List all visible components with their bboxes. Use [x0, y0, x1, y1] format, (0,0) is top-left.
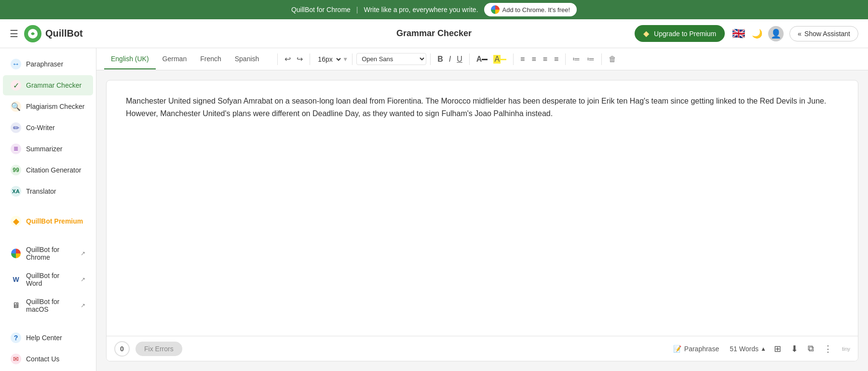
sidebar-label-paraphraser: Paraphraser: [26, 60, 63, 68]
tab-french[interactable]: French: [193, 49, 228, 69]
delete-button[interactable]: 🗑: [606, 53, 619, 66]
avatar[interactable]: 👤: [768, 26, 784, 41]
sidebar-label-plagiarism: Plagiarism Checker: [26, 103, 84, 110]
logo-text: QuillBot: [45, 28, 83, 39]
sidebar-item-translator[interactable]: XA Translator: [3, 181, 93, 201]
flag-icon[interactable]: 🇬🇧: [731, 28, 746, 40]
sidebar-item-summarizer[interactable]: ≡ Summarizer: [3, 139, 93, 159]
paraphrase-icon: 📝: [673, 345, 681, 353]
summarizer-icon: ≡: [11, 144, 21, 154]
macos-ext-icon: 🖥: [11, 300, 21, 311]
sidebar-label-citation: Citation Generator: [26, 166, 81, 174]
sidebar: ↔ Paraphraser ✓ Grammar Checker 🔍 Plagia…: [0, 48, 96, 371]
sidebar-item-chrome-ext[interactable]: QuillBot for Chrome ↗: [3, 241, 93, 266]
sidebar-item-macos-ext[interactable]: 🖥 QuillBot for macOS ↗: [3, 293, 93, 318]
sidebar-label-translator: Translator: [26, 187, 56, 195]
macos-ext-label: QuillBot for macOS: [26, 298, 75, 313]
sidebar-item-co-writer[interactable]: ✏ Co-Writer: [3, 118, 93, 138]
hamburger-menu[interactable]: ☰: [10, 28, 18, 40]
align-right-button[interactable]: ≡: [540, 53, 550, 66]
diamond-icon: ◆: [643, 29, 649, 38]
alignment-buttons: ≡ ≡ ≡ ≡: [517, 53, 561, 66]
bold-button[interactable]: B: [434, 53, 446, 66]
download-button[interactable]: ⬇: [789, 342, 800, 356]
italic-button[interactable]: I: [446, 53, 454, 66]
upgrade-premium-button[interactable]: ◆ Upgrade to Premium: [635, 25, 725, 42]
highlight-color-button[interactable]: A: [490, 53, 509, 66]
toolbar-separator-6: [513, 53, 514, 65]
theme-toggle-button[interactable]: 🌙: [752, 28, 762, 39]
unordered-list-button[interactable]: ≔: [570, 53, 583, 66]
columns-view-button[interactable]: ⊞: [772, 342, 783, 356]
sidebar-item-word-ext[interactable]: W QuillBot for Word ↗: [3, 267, 93, 292]
underline-button[interactable]: U: [454, 53, 465, 66]
font-size-select[interactable]: 16px 12px 14px 18px 20px: [314, 54, 342, 65]
sidebar-label-grammar: Grammar Checker: [26, 81, 81, 89]
banner-separator: |: [356, 6, 358, 13]
editor-text[interactable]: Manchester United signed Sofyan Amrabat …: [107, 80, 858, 336]
sidebar-item-contact-us[interactable]: ✉ Contact Us: [3, 349, 93, 369]
header-right: ◆ Upgrade to Premium 🇬🇧 🌙 👤 « Show Assis…: [635, 25, 858, 42]
premium-icon: ◆: [11, 216, 21, 226]
ordered-list-button[interactable]: ≔: [584, 53, 597, 66]
tab-german[interactable]: German: [156, 49, 194, 69]
editor-area: Manchester United signed Sofyan Amrabat …: [96, 70, 868, 371]
copy-button[interactable]: ⧉: [806, 342, 816, 356]
tab-english-uk[interactable]: English (UK): [104, 49, 156, 69]
align-center-button[interactable]: ≡: [529, 53, 539, 66]
sidebar-label-help: Help Center: [26, 334, 62, 342]
word-count-expand-button[interactable]: ▲: [760, 345, 766, 352]
sidebar-item-grammar-checker[interactable]: ✓ Grammar Checker: [3, 75, 93, 95]
show-assistant-button[interactable]: « Show Assistant: [789, 26, 858, 41]
sidebar-item-paraphraser[interactable]: ↔ Paraphraser: [3, 54, 93, 74]
sidebar-item-help-center[interactable]: ? Help Center: [3, 328, 93, 348]
contact-icon: ✉: [11, 354, 21, 364]
external-link-icon-2: ↗: [81, 276, 85, 283]
external-link-icon-3: ↗: [81, 302, 85, 309]
app-body: ↔ Paraphraser ✓ Grammar Checker 🔍 Plagia…: [0, 48, 868, 371]
paraphraser-icon: ↔: [11, 59, 21, 69]
more-options-button[interactable]: ⋮: [822, 342, 834, 356]
toolbar-separator-8: [601, 53, 602, 65]
sidebar-item-citation-generator[interactable]: 99 Citation Generator: [3, 160, 93, 180]
banner-tagline: Write like a pro, everywhere you write.: [364, 6, 478, 13]
grammar-checker-icon: ✓: [11, 80, 21, 91]
align-justify-button[interactable]: ≡: [551, 53, 561, 66]
sidebar-label-contact: Contact Us: [26, 355, 59, 363]
logo[interactable]: QuillBot: [24, 25, 83, 42]
list-buttons: ≔ ≔: [570, 53, 597, 66]
undo-button[interactable]: ↩: [282, 53, 294, 66]
sidebar-item-premium[interactable]: ◆ QuillBot Premium: [3, 211, 93, 231]
plagiarism-icon: 🔍: [11, 101, 21, 112]
sidebar-label-cowriter: Co-Writer: [26, 124, 55, 132]
font-size-chevron[interactable]: ▼: [342, 56, 348, 63]
main-header: ☰ QuillBot Grammar Checker ◆ Upgrade to …: [0, 19, 868, 48]
toolbar-separator-2: [310, 53, 310, 65]
word-count: 51 Words ▲: [730, 345, 766, 353]
cowriter-icon: ✏: [11, 122, 21, 133]
add-to-chrome-button[interactable]: Add to Chrome. It's free!: [484, 3, 577, 16]
fix-errors-button[interactable]: Fix Errors: [136, 342, 182, 356]
redo-button[interactable]: ↪: [294, 53, 306, 66]
chrome-icon: [491, 5, 500, 14]
banner-product: QuillBot for Chrome: [291, 6, 351, 13]
align-left-button[interactable]: ≡: [517, 53, 528, 66]
bottom-bar: 0 Fix Errors 📝 Paraphrase 51 Words: [107, 336, 858, 361]
toolbar-separator-5: [469, 53, 470, 65]
editor-toolbar: English (UK) German French Spanish ↩ ↪ 1…: [96, 48, 868, 70]
chrome-ext-icon: [11, 248, 21, 259]
text-color-button[interactable]: A: [474, 53, 491, 66]
logo-icon: [24, 25, 41, 42]
sidebar-item-plagiarism-checker[interactable]: 🔍 Plagiarism Checker: [3, 96, 93, 117]
sidebar-label-summarizer: Summarizer: [26, 145, 62, 153]
paraphrase-button[interactable]: 📝 Paraphrase: [668, 342, 724, 356]
bottom-bar-right: 📝 Paraphrase 51 Words ▲ ⊞ ⬇ ⧉ ⋮ tiny: [668, 342, 850, 356]
tiny-badge: tiny: [842, 346, 850, 352]
word-ext-icon: W: [11, 274, 21, 285]
font-family-select[interactable]: Open Sans Arial Times New Roman: [356, 53, 426, 65]
word-ext-label: QuillBot for Word: [26, 272, 75, 287]
tab-spanish[interactable]: Spanish: [228, 49, 266, 69]
toolbar-separator-7: [565, 53, 566, 65]
language-tabs: English (UK) German French Spanish: [104, 49, 266, 69]
external-link-icon: ↗: [81, 250, 85, 257]
